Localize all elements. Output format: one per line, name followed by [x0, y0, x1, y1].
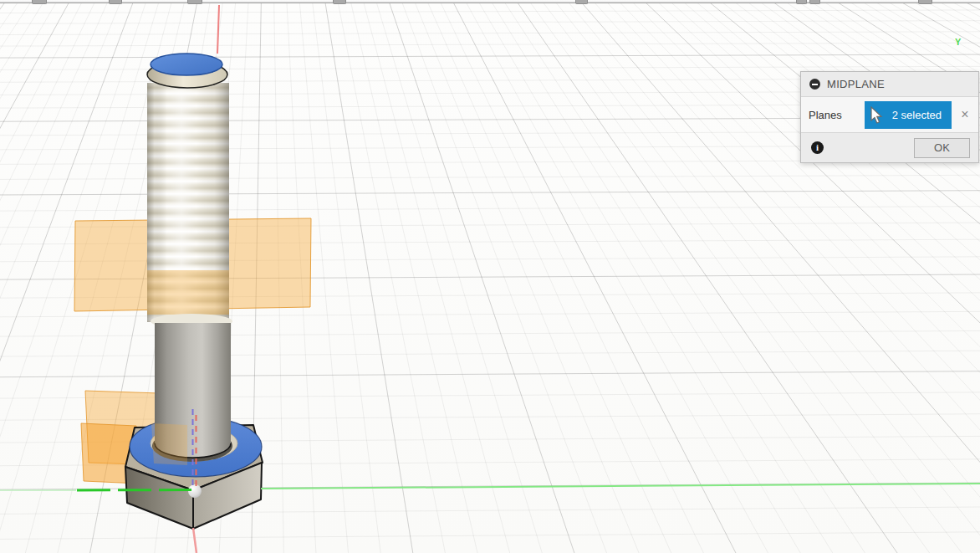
bolt-threads[interactable]: [147, 83, 229, 322]
toolbar-icon-fragment[interactable]: [109, 0, 122, 4]
mouse-cursor-icon: [870, 106, 884, 125]
vertical-axis-line-top[interactable]: [217, 5, 219, 54]
toolbar-remnant: [0, 0, 980, 3]
bolt-top-face-selected[interactable]: [151, 54, 222, 75]
dialog-header[interactable]: MIDPLANE: [801, 72, 978, 97]
collapse-icon[interactable]: [809, 79, 820, 90]
info-icon[interactable]: i: [811, 141, 824, 154]
dialog-title: MIDPLANE: [827, 78, 885, 90]
toolbar-icon-fragment[interactable]: [809, 0, 820, 4]
toolbar-icon-fragment[interactable]: [187, 0, 202, 4]
y-axis-label: Y: [955, 37, 962, 47]
toolbar-icon-fragment[interactable]: [575, 0, 588, 4]
construction-plane-front-overlap: [151, 423, 187, 465]
selected-count-label: 2 selected: [892, 109, 942, 121]
ok-button[interactable]: OK: [914, 138, 970, 158]
toolbar-icon-fragment[interactable]: [32, 0, 47, 4]
vertical-axis-line-bottom[interactable]: [193, 528, 197, 553]
midplane-dialog: MIDPLANE Planes 2 selected × i OK: [800, 71, 979, 163]
toolbar-icon-fragment[interactable]: [333, 0, 346, 4]
toolbar-icon-fragment[interactable]: [918, 0, 932, 4]
dialog-body: Planes 2 selected ×: [801, 97, 978, 132]
plane-over-threads-tint: [147, 270, 229, 315]
dialog-footer: i OK: [801, 132, 978, 162]
y-axis-line[interactable]: [261, 484, 980, 489]
toolbar-icon-fragment[interactable]: [796, 0, 807, 4]
y-axis-line-dashed[interactable]: [77, 490, 191, 491]
close-icon[interactable]: ×: [959, 108, 971, 121]
planes-selected-button[interactable]: 2 selected: [865, 101, 952, 129]
planes-label: Planes: [809, 109, 842, 121]
